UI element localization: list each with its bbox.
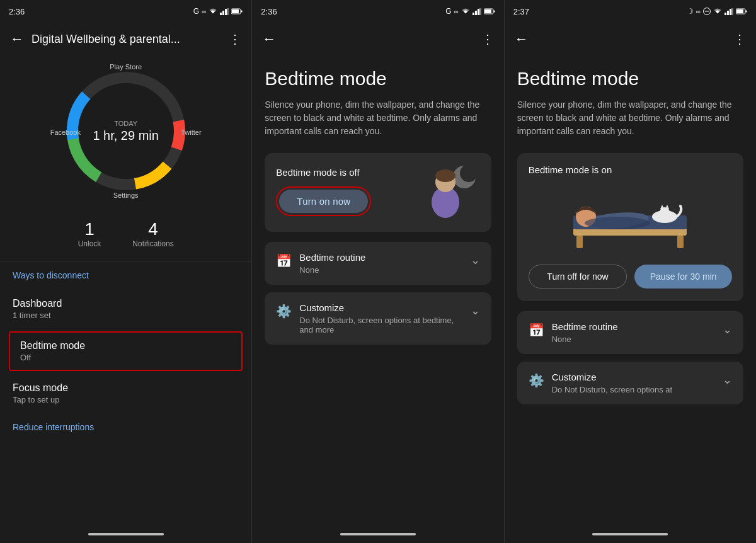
dnd-icon <box>703 8 711 15</box>
bedtime-routine-row-2[interactable]: 📅 Bedtime routine None ⌄ <box>265 242 491 285</box>
turn-off-button[interactable]: Turn off for now <box>529 265 627 289</box>
signal-icon-3 <box>724 8 733 15</box>
status-card-row: Bedtime mode is off Turn on now <box>276 164 479 218</box>
svg-rect-34 <box>576 236 583 248</box>
status-card-left: Bedtime mode is off Turn on now <box>276 167 371 216</box>
unlocks-stat: 1 Unlock <box>78 219 101 248</box>
svg-rect-12 <box>472 13 474 15</box>
status-bar-1: 2:36 G ∞ <box>0 0 251 23</box>
app-labels: Play Store Facebook Twitter Settings <box>57 62 195 200</box>
sim-icon-2: ∞ <box>454 8 459 15</box>
bottom-bar-2 <box>252 525 503 543</box>
top-bar-3: ← ⋮ <box>505 23 756 55</box>
bedtime-on-content: Bedtime mode Silence your phone, dim the… <box>505 55 756 525</box>
svg-point-20 <box>460 164 478 182</box>
sidebar-item-dashboard[interactable]: Dashboard 1 timer set <box>0 289 251 329</box>
status-icons-1: G ∞ <box>193 7 243 16</box>
svg-rect-5 <box>232 9 239 13</box>
sidebar-item-focus[interactable]: Focus mode Tap to set up <box>0 374 251 413</box>
turn-on-button[interactable]: Turn on now <box>279 190 368 213</box>
svg-rect-15 <box>479 8 481 15</box>
svg-rect-17 <box>484 9 491 13</box>
ways-to-disconnect-link[interactable]: Ways to disconnect <box>0 261 251 289</box>
panel-digital-wellbeing: 2:36 G ∞ ← Digital Wellbeing & parent <box>0 0 251 543</box>
back-button-1[interactable]: ← <box>5 26 29 52</box>
top-bar-2: ← ⋮ <box>252 23 503 55</box>
svg-rect-0 <box>220 13 222 15</box>
app-label-facebook: Facebook <box>50 129 81 136</box>
svg-rect-18 <box>493 11 495 13</box>
turn-on-wrapper: Turn on now <box>276 186 371 216</box>
top-bar-1: ← Digital Wellbeing & parental... ⋮ <box>0 23 251 55</box>
customize-title-2: Customize <box>299 302 462 313</box>
signal-icon <box>220 8 229 15</box>
calendar-icon-3: 📅 <box>529 323 544 338</box>
more-button-1[interactable]: ⋮ <box>224 26 246 52</box>
battery-icon <box>231 8 243 14</box>
sim-icon: ∞ <box>202 8 206 15</box>
chevron-customize-3: ⌄ <box>723 373 732 387</box>
person-moon-svg <box>423 164 480 218</box>
nav-indicator-1 <box>88 533 164 535</box>
status-icons-3: ☽ ∞ <box>687 7 747 16</box>
bedtime-routine-title-2: Bedtime routine <box>299 252 462 263</box>
time-2: 2:36 <box>261 7 277 16</box>
bedtime-status-card-on: Bedtime mode is on <box>517 153 743 301</box>
panel1-scroll: Play Store Facebook Twitter Settings <box>0 55 251 525</box>
customize-sub-2: Do Not Disturb, screen options at bedtim… <box>299 316 462 334</box>
panel-bedtime-on: 2:37 ☽ ∞ <box>504 0 756 543</box>
bedtime-title: Bedtime mode <box>20 340 231 352</box>
svg-rect-6 <box>241 11 243 13</box>
sidebar-item-bedtime[interactable]: Bedtime mode Off <box>9 331 243 371</box>
gear-icon-2: ⚙️ <box>276 304 292 319</box>
svg-marker-39 <box>660 205 664 209</box>
customize-content-2: Customize Do Not Disturb, screen options… <box>299 302 462 334</box>
notifications-stat: 4 Notifications <box>132 219 173 248</box>
app-label-play-store: Play Store <box>110 63 142 71</box>
status-icons-2: G ∞ <box>445 7 495 16</box>
page-title-1: Digital Wellbeing & parental... <box>32 33 224 46</box>
chevron-routine-3: ⌄ <box>723 323 732 336</box>
bedtime-routine-sub-2: None <box>299 265 462 275</box>
google-icon-2: G <box>445 7 451 16</box>
customize-title-3: Customize <box>552 372 715 382</box>
bedtime-illustration-off <box>423 164 480 218</box>
chevron-customize-2: ⌄ <box>471 304 480 317</box>
sleeping-svg <box>567 184 693 253</box>
bedtime-mode-desc-3: Silence your phone, dim the wallpaper, a… <box>517 98 743 138</box>
svg-rect-2 <box>225 9 227 15</box>
notification-count: 4 <box>132 219 173 239</box>
bedtime-mode-title-3: Bedtime mode <box>517 68 743 89</box>
calendar-icon-2: 📅 <box>276 253 292 268</box>
nav-indicator-2 <box>340 533 416 535</box>
bedtime-routine-title-3: Bedtime routine <box>552 321 715 332</box>
bedtime-on-text: Bedtime mode is on <box>529 164 732 175</box>
customize-row-3[interactable]: ⚙️ Customize Do Not Disturb, screen opti… <box>517 362 743 404</box>
svg-rect-35 <box>677 236 684 248</box>
bedtime-routine-row-3[interactable]: 📅 Bedtime routine None ⌄ <box>517 311 743 354</box>
svg-rect-25 <box>705 11 709 12</box>
bedtime-sub: Off <box>20 353 231 362</box>
time-1: 2:36 <box>9 7 25 16</box>
back-button-3[interactable]: ← <box>510 26 534 52</box>
gear-icon-3: ⚙️ <box>529 373 544 388</box>
more-button-3[interactable]: ⋮ <box>728 26 751 52</box>
more-button-2[interactable]: ⋮ <box>476 26 499 52</box>
stats-row: 1 Unlock 4 Notifications <box>0 213 251 261</box>
customize-content-3: Customize Do Not Disturb, screen options… <box>552 372 715 394</box>
dashboard-sub: 1 timer set <box>13 311 239 320</box>
bottom-bar-1 <box>0 525 251 543</box>
signal-icon-2 <box>472 8 481 15</box>
svg-rect-32 <box>745 11 747 13</box>
svg-point-23 <box>435 169 455 182</box>
svg-rect-26 <box>724 13 726 15</box>
svg-point-43 <box>585 217 650 229</box>
svg-rect-14 <box>478 9 479 15</box>
back-button-2[interactable]: ← <box>257 26 281 52</box>
reduce-interruptions-link[interactable]: Reduce interruptions <box>0 413 251 441</box>
customize-row-2[interactable]: ⚙️ Customize Do Not Disturb, screen opti… <box>265 292 491 345</box>
wifi-icon-2 <box>461 8 470 15</box>
app-label-settings: Settings <box>113 191 139 199</box>
pause-button[interactable]: Pause for 30 min <box>634 265 732 289</box>
notification-label: Notifications <box>132 239 173 248</box>
